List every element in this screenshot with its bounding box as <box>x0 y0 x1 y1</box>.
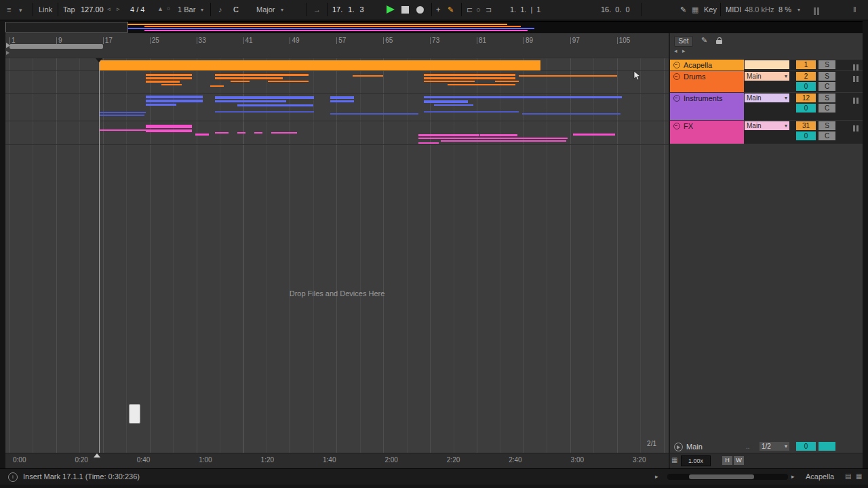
fx-notes[interactable] <box>441 140 566 142</box>
fx-notes[interactable] <box>215 132 229 134</box>
fx-notes[interactable] <box>146 129 192 132</box>
solo-button[interactable]: S <box>818 60 835 69</box>
tempo-field[interactable]: 127.00 <box>81 5 104 14</box>
punch-in-icon[interactable]: ⊏ <box>467 5 473 14</box>
play-button[interactable] <box>387 5 395 14</box>
chevron-down-icon[interactable]: ▾ <box>201 7 203 13</box>
horizontal-scrollbar[interactable] <box>667 474 788 480</box>
punch-out-icon[interactable]: ⊐ <box>486 5 492 14</box>
track-header-fx[interactable]: FX Main▾ 31 S0 C <box>670 121 863 144</box>
drums-notes[interactable] <box>495 81 519 82</box>
scroll-right-icon[interactable]: ▸ <box>791 473 795 480</box>
zoom-width-button[interactable]: W <box>734 456 744 465</box>
drums-notes[interactable] <box>448 84 515 85</box>
instruments-notes[interactable] <box>146 104 176 106</box>
instruments-notes[interactable] <box>215 100 286 102</box>
instruments-notes[interactable] <box>330 100 354 102</box>
crossfade-button[interactable]: C <box>818 104 835 113</box>
drums-notes[interactable] <box>424 81 475 82</box>
computer-midi-keyboard-icon[interactable]: ▦ <box>692 5 698 14</box>
fx-notes[interactable] <box>480 134 517 136</box>
track-fold-icon[interactable] <box>673 73 680 80</box>
track-output-chooser[interactable]: Main▾ <box>745 94 789 102</box>
loop-length-field[interactable]: 16. 0. 0 <box>601 5 630 14</box>
edit-locator-icon[interactable]: ✎ <box>701 36 707 45</box>
track-color-area[interactable]: Drums <box>670 71 744 92</box>
beat-time-ruler[interactable]: 191725334149576573818997105 <box>5 33 669 58</box>
scale-name-menu[interactable]: Major <box>256 5 275 14</box>
track-fold-icon[interactable] <box>673 95 680 102</box>
new-button[interactable]: + <box>436 5 440 14</box>
instruments-notes[interactable] <box>146 96 203 98</box>
scale-note-icon[interactable]: ♪ <box>218 5 222 14</box>
record-button[interactable] <box>416 6 424 14</box>
drums-notes[interactable] <box>210 85 224 87</box>
track-io-box[interactable]: 12 <box>796 94 816 102</box>
next-locator-icon[interactable]: ▸ <box>682 47 686 54</box>
insert-marker[interactable] <box>96 58 102 62</box>
acapella-clip[interactable] <box>100 60 540 70</box>
fx-notes[interactable] <box>254 132 262 134</box>
track-send-box[interactable]: 0 <box>796 131 816 140</box>
track-color-area[interactable]: FX <box>670 121 744 144</box>
track-header-instruments[interactable]: Instruments Main▾ 12 S0 C <box>670 93 863 120</box>
scrollbar-thumb[interactable] <box>689 474 754 479</box>
loop-start-field[interactable]: 1. 1. | 1 <box>510 5 541 14</box>
zoom-height-button[interactable]: H <box>722 456 732 465</box>
instruments-notes-low[interactable] <box>330 113 418 115</box>
options-chevron-icon[interactable]: ▾ <box>19 7 22 14</box>
fx-notes[interactable] <box>237 132 245 134</box>
drums-notes[interactable] <box>268 81 309 82</box>
draw-mode-icon[interactable]: ✎ <box>680 5 686 14</box>
drums-notes[interactable] <box>424 74 515 76</box>
track-send-box[interactable]: 0 <box>796 82 816 91</box>
prev-locator-icon[interactable]: ◂ <box>674 47 677 54</box>
drums-notes[interactable] <box>231 81 250 82</box>
scroll-left-icon[interactable]: ▸ <box>655 473 658 480</box>
fx-notes[interactable] <box>418 142 439 144</box>
arrangement-start-marker[interactable] <box>6 51 9 55</box>
master-value-box[interactable]: 0 <box>796 442 816 451</box>
arrangement-overview[interactable] <box>5 21 863 34</box>
track-header-drums[interactable]: Drums Main▾ 2 S0 C <box>670 71 863 92</box>
solo-button[interactable]: S <box>818 72 835 81</box>
track-fold-icon[interactable] <box>673 123 680 129</box>
keyboard-icon[interactable]: ▤ <box>845 472 851 480</box>
instruments-notes[interactable] <box>424 96 622 98</box>
drums-notes[interactable] <box>146 74 192 76</box>
track-io-box[interactable]: 31 <box>796 121 816 130</box>
track-output-chooser[interactable]: Main▾ <box>745 121 789 130</box>
crossfade-button[interactable]: C <box>818 82 835 91</box>
quantize-menu[interactable]: 1 Bar <box>178 5 195 14</box>
set-locator-button[interactable]: Set <box>674 36 693 47</box>
fx-notes[interactable] <box>573 134 615 136</box>
instruments-notes[interactable] <box>434 104 473 106</box>
instruments-notes[interactable] <box>146 100 203 102</box>
track-header-acapella[interactable]: Acapella 1 S <box>670 60 863 70</box>
track-color-area[interactable]: Acapella <box>670 60 744 70</box>
fx-notes[interactable] <box>100 129 146 131</box>
master-value-box-2[interactable] <box>818 442 835 451</box>
drums-notes[interactable] <box>215 77 283 79</box>
instruments-notes[interactable] <box>215 96 314 99</box>
options-icon[interactable]: ≡ <box>7 5 11 14</box>
nudge-down-icon[interactable]: ◃ <box>107 5 111 12</box>
fx-notes[interactable] <box>271 132 297 134</box>
track-output-chooser[interactable] <box>745 60 789 69</box>
zoom-grid-icon[interactable]: ▦ <box>671 456 677 464</box>
loop-toggle-icon[interactable]: ○ <box>476 5 481 14</box>
drums-notes[interactable] <box>161 84 182 85</box>
track-output-chooser[interactable]: Main▾ <box>745 72 789 81</box>
arrangement-canvas[interactable]: Drop Files and Devices Here 2/1 <box>5 58 669 453</box>
instruments-notes[interactable] <box>424 100 468 103</box>
track-io-box[interactable]: 2 <box>796 72 816 81</box>
master-track-row[interactable]: Main .. 1/2▾ 0 <box>670 441 863 452</box>
overview-viewport-box[interactable] <box>5 22 128 33</box>
zoom-level-display[interactable]: 1.00x <box>681 455 711 466</box>
loop-brace[interactable] <box>9 44 103 49</box>
chevron-down-icon[interactable]: ▾ <box>797 7 800 13</box>
drums-notes[interactable] <box>424 77 515 79</box>
drums-notes[interactable] <box>215 74 309 76</box>
lock-envelopes-icon[interactable] <box>716 40 722 44</box>
track-io-box[interactable]: 1 <box>796 60 816 69</box>
